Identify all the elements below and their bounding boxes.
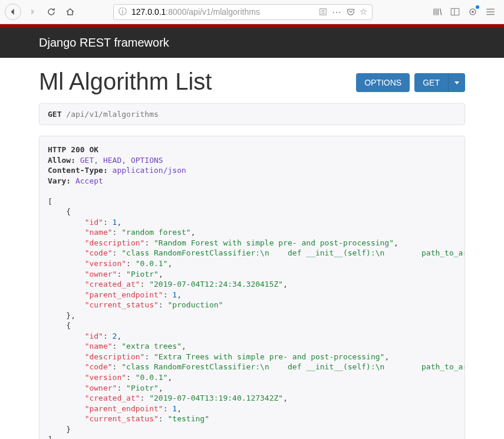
- request-path: /api/v1/mlalgorithms: [61, 110, 158, 119]
- options-button[interactable]: OPTIONS: [356, 73, 410, 92]
- get-button[interactable]: GET: [414, 73, 448, 92]
- url-right-icons: ⋯ ☆: [319, 6, 367, 18]
- nav-buttons: [5, 4, 78, 20]
- addon-icon[interactable]: [467, 6, 478, 17]
- get-dropdown-button[interactable]: [448, 73, 465, 92]
- home-icon: [65, 7, 75, 17]
- info-icon[interactable]: ⓘ: [118, 6, 127, 17]
- brand-text[interactable]: Django REST framework: [39, 36, 169, 49]
- page-head: Ml Algorithm List OPTIONS GET: [39, 68, 465, 95]
- url-bar[interactable]: ⓘ 127.0.0.1:8000/api/v1/mlalgorithms ⋯ ☆: [113, 4, 373, 20]
- ellipsis-icon[interactable]: ⋯: [332, 6, 342, 18]
- arrow-right-icon: [28, 8, 37, 16]
- toolbar-right: [432, 6, 496, 17]
- url-path: :8000/api/v1/mlalgorithms: [166, 7, 260, 17]
- back-button[interactable]: [5, 4, 21, 20]
- home-button[interactable]: [62, 4, 78, 19]
- browser-toolbar: ⓘ 127.0.0.1:8000/api/v1/mlalgorithms ⋯ ☆: [0, 0, 504, 24]
- request-method: GET: [48, 110, 61, 119]
- url-text: 127.0.0.1:8000/api/v1/mlalgorithms: [131, 7, 314, 17]
- sidebar-icon[interactable]: [450, 6, 460, 17]
- caret-down-icon: [454, 81, 459, 84]
- svg-point-7: [472, 11, 474, 13]
- menu-icon[interactable]: [485, 6, 496, 17]
- svg-rect-4: [451, 8, 459, 15]
- forward-button: [25, 4, 40, 19]
- url-host: 127.0.0.1: [131, 7, 166, 17]
- arrow-left-icon: [9, 8, 17, 16]
- pocket-icon[interactable]: [347, 8, 355, 16]
- get-button-group: GET: [414, 73, 465, 92]
- library-icon[interactable]: [432, 6, 443, 17]
- star-icon[interactable]: ☆: [360, 6, 367, 17]
- reader-icon[interactable]: [319, 8, 327, 16]
- page-title: Ml Algorithm List: [39, 68, 212, 95]
- framework-header: Django REST framework: [0, 28, 504, 58]
- reload-button[interactable]: [44, 4, 59, 19]
- response-block: HTTP 200 OK Allow: GET, HEAD, OPTIONS Co…: [39, 136, 465, 439]
- reload-icon: [47, 7, 56, 17]
- request-line: GET /api/v1/mlalgorithms: [39, 103, 465, 125]
- main-content: Ml Algorithm List OPTIONS GET GET /api/v…: [0, 58, 504, 439]
- action-buttons: OPTIONS GET: [356, 73, 465, 92]
